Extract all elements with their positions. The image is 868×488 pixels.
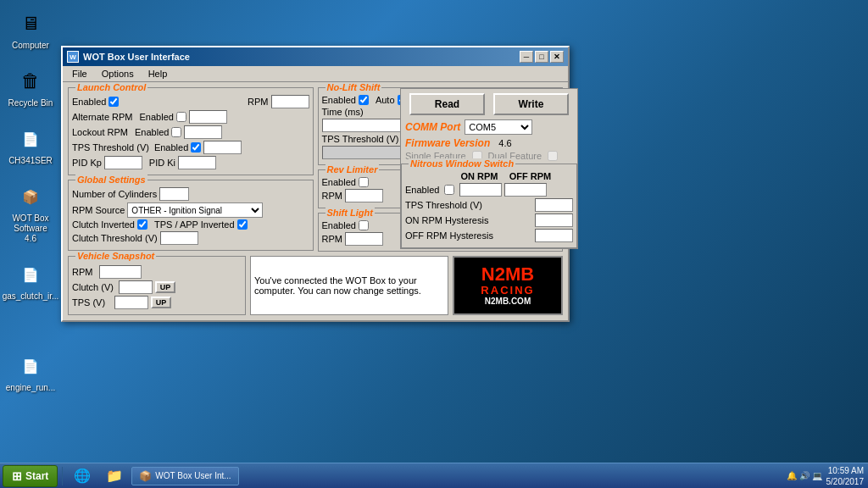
tps-up-button[interactable]: UP (151, 297, 171, 308)
vs-clutch-input[interactable]: 5.00 (119, 280, 153, 294)
lockout-rpm-row: Lockout RPM Enabled 1500 (72, 125, 309, 139)
nitrous-tps-label: TPS Threshold (V) (405, 200, 482, 210)
status-message-text: You've connected the WOT Box to your com… (254, 275, 444, 296)
alt-enabled-label: Enabled (140, 112, 174, 122)
rev-enabled-label: Enabled (322, 177, 356, 187)
tps-enabled-checkbox[interactable] (191, 142, 201, 152)
nitrous-on-hys-row: ON RPM Hysteresis 2500 (405, 214, 573, 227)
taskbar: ⊞ Start 🌐 📁 📦 WOT Box User Int... 🔔 🔊 💻 … (0, 463, 868, 488)
rev-enabled-checkbox[interactable] (359, 177, 369, 187)
tps-app-inverted-checkbox[interactable] (237, 219, 248, 230)
nitrous-tps-input[interactable]: 2.00 (535, 198, 573, 212)
dual-feature-checkbox[interactable] (548, 151, 558, 161)
sl-enabled-label: Enabled (322, 220, 356, 230)
nls-enabled-checkbox[interactable] (359, 95, 369, 105)
nls-enabled-label: Enabled (322, 95, 356, 105)
write-button[interactable]: Write (493, 93, 569, 115)
recycle-bin-desktop-icon[interactable]: 🗑 Recycle Bin (7, 66, 54, 108)
rev-rpm-input[interactable] (345, 189, 383, 202)
taskbar-divider (62, 467, 63, 485)
close-button[interactable]: ✕ (550, 51, 564, 63)
alternate-enabled-checkbox[interactable] (176, 112, 186, 122)
tps-threshold-input[interactable]: 3.71 (203, 141, 242, 154)
status-message-box: You've connected the WOT Box to your com… (250, 256, 448, 315)
computer-desktop-icon[interactable]: 🖥 Computer (7, 8, 54, 51)
help-menu[interactable]: Help (143, 68, 173, 80)
lockout-rpm-input[interactable]: 1500 (184, 125, 222, 139)
menu-bar: File Options Help (63, 66, 568, 82)
lockout-label: Lockout RPM (72, 127, 128, 137)
on-rpm-header: ON RPM (456, 171, 503, 181)
ie-taskbar-icon[interactable]: 🌐 (67, 467, 97, 485)
lockout-enabled-checkbox[interactable] (171, 127, 181, 137)
tps-threshold-label: TPS Threshold (V) (72, 142, 149, 152)
tps-enabled-label: Enabled (154, 142, 188, 152)
vs-clutch-row: Clutch (V) 5.00 UP (72, 280, 242, 294)
nitrous-on-rpm-input[interactable]: 3000 (459, 183, 502, 197)
firmware-row: Firmware Version 4.6 (401, 137, 577, 149)
firmware-version-value: 4.6 (498, 138, 511, 148)
global-settings-section: Global Settings Number of Cylinders 8 RP… (68, 180, 314, 251)
nitrous-title: Nitrous Window Switch (409, 158, 515, 169)
sl-enabled-checkbox[interactable] (359, 220, 369, 230)
taskbar-right: 🔔 🔊 💻 10:59 AM 5/20/2017 (787, 465, 869, 487)
start-button[interactable]: ⊞ Start (3, 465, 58, 487)
launch-enabled-row: Enabled RPM 3500 (72, 95, 309, 108)
rw-buttons-container: Read Write (401, 89, 577, 119)
rev-rpm-label: RPM (322, 191, 342, 201)
nitrous-window-section: Nitrous Window Switch ON RPM OFF RPM Ena… (401, 164, 577, 248)
alternate-rpm-input[interactable]: 3500 (189, 110, 227, 124)
vehicle-snapshot-section: Vehicle Snapshot RPM 0 Clutch (V) 5.00 U… (68, 256, 246, 315)
engine-run-desktop-icon[interactable]: 📄 engine_run... (7, 351, 54, 393)
systray-icon-3: 💻 (812, 471, 822, 480)
num-cylinders-input[interactable]: 8 (159, 187, 189, 201)
vs-rpm-label: RPM (72, 267, 92, 277)
clutch-inverted-row: Clutch Inverted TPS / APP Inverted (72, 219, 309, 230)
nls-time-label: Time (ms) (322, 107, 364, 117)
alternate-rpm-label: Alternate RPM (72, 112, 133, 122)
nitrous-off-rpm-input[interactable]: 6000 (504, 183, 547, 197)
nitrous-off-hys-input[interactable]: 5500 (535, 229, 573, 242)
sl-rpm-input[interactable]: 4000 (345, 232, 383, 246)
clutch-threshold-input[interactable]: 2.00 (160, 231, 198, 245)
ch341ser-desktop-icon[interactable]: 📄 CH341SER (7, 124, 54, 166)
pid-kp-input[interactable]: 4 (104, 156, 142, 169)
tps-threshold-row: TPS Threshold (V) Enabled 3.71 (72, 141, 309, 154)
vs-tps-input[interactable]: 4.06 (114, 296, 148, 309)
read-button[interactable]: Read (409, 93, 485, 115)
file-menu[interactable]: File (67, 68, 92, 80)
vs-rpm-input[interactable]: 0 (99, 265, 142, 279)
vs-tps-row: TPS (V) 4.06 UP (72, 296, 242, 309)
pid-ki-input[interactable]: 1 (178, 156, 216, 169)
logo-line3: N2MB.COM (481, 297, 534, 306)
comm-port-select[interactable]: COM5 (465, 119, 532, 135)
wot-box-desktop-icon[interactable]: 📦 WOT Box Software 4.6 (7, 181, 54, 244)
clutch-up-button[interactable]: UP (155, 281, 175, 293)
clutch-inverted-checkbox[interactable] (137, 219, 147, 230)
enabled-label: Enabled (72, 97, 106, 107)
nitrous-on-hys-input[interactable]: 2500 (535, 214, 573, 227)
explorer-taskbar-icon[interactable]: 📁 (99, 467, 130, 485)
minimize-button[interactable]: ─ (520, 51, 533, 63)
off-rpm-header: OFF RPM (507, 171, 554, 181)
nitrous-enabled-checkbox[interactable] (444, 185, 454, 195)
gas-clutch-desktop-icon[interactable]: 📄 gas_clutch_ir... (7, 259, 54, 302)
maximize-button[interactable]: □ (535, 51, 548, 63)
options-menu[interactable]: Options (97, 68, 139, 80)
launch-enabled-checkbox[interactable] (108, 97, 119, 107)
rev-limiter-title: Rev Limiter (326, 164, 380, 175)
comm-port-label: COMM Port (405, 121, 460, 133)
nitrous-enabled-label: Enabled (405, 185, 439, 195)
wot-box-taskbar-window[interactable]: 📦 WOT Box User Int... (131, 467, 238, 485)
sl-rpm-label: RPM (322, 234, 342, 244)
nitrous-off-hys-label: OFF RPM Hysteresis (405, 230, 493, 241)
logo-line2: RACING (481, 284, 534, 297)
rpm-source-select[interactable]: OTHER - Ignition Signal (127, 202, 263, 218)
clutch-threshold-label: Clutch Threshold (V) (72, 233, 158, 243)
launch-rpm-input[interactable]: 3500 (271, 95, 309, 108)
global-settings-title: Global Settings (75, 175, 147, 185)
launch-control-title: Launch Control (75, 82, 147, 92)
rpm-source-label: RPM Source (72, 205, 125, 215)
nls-tps-label: TPS Threshold (V) (322, 134, 399, 144)
clock: 10:59 AM 5/20/2017 (826, 465, 865, 487)
